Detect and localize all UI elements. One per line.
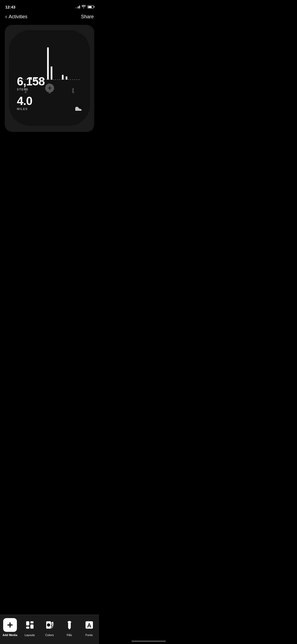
steps-row: 6,158 STEPS [17,76,45,91]
back-label: Activities [9,14,27,20]
steps-value: 6,158 [17,76,45,87]
status-time: 12:43 [5,5,15,9]
miles-row: 4.0 MILES [17,95,45,111]
svg-rect-5 [62,75,63,80]
svg-rect-6 [66,76,67,80]
svg-rect-8 [48,88,51,88]
miles-value: 4.0 [17,95,45,107]
time-label-6pm: 6PM [72,88,74,93]
nav-bar: ‹ Activities Share [0,12,99,23]
signal-icon [75,5,80,8]
wifi-icon [82,5,86,9]
stats-area: 6,158 STEPS 4.0 MILES [9,76,53,120]
status-bar: 12:43 [0,0,99,12]
shoe-icon [75,105,82,113]
share-button[interactable]: Share [81,14,94,20]
back-button[interactable]: ‹ Activities [5,14,27,20]
back-chevron-icon: ‹ [5,13,7,20]
watch-preview-card: 6AM 12PM 6PM 6,158 STEPS 4.0 MILES [5,25,94,132]
battery-icon [87,5,94,8]
steps-label: STEPS [17,88,45,91]
watch-face: 6AM 12PM 6PM 6,158 STEPS 4.0 MILES [9,30,90,126]
miles-label: MILES [17,107,45,111]
svg-rect-3 [47,47,49,80]
status-icons [75,5,94,9]
add-button[interactable] [45,84,54,93]
